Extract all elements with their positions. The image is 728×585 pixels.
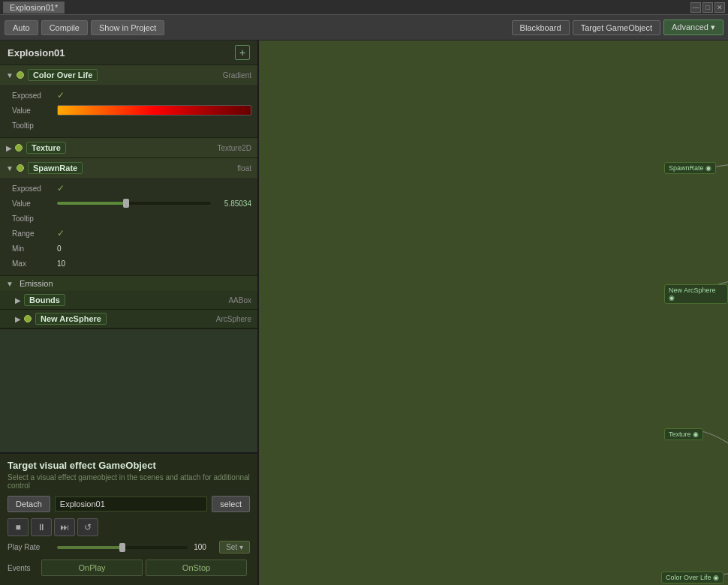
- emission-header[interactable]: ▼ Emission: [0, 276, 257, 291]
- emission-section: ▼ Emission ▶ Bounds AABox ▶: [0, 276, 257, 329]
- target-description: Select a visual effect gameobject in the…: [8, 473, 250, 490]
- window-tab[interactable]: Explosion01*: [3, 2, 65, 14]
- loop-button[interactable]: ↺: [77, 518, 98, 536]
- exposed-label: Exposed: [12, 92, 57, 100]
- stop-button[interactable]: ■: [8, 518, 29, 536]
- add-module-button[interactable]: +: [235, 45, 250, 60]
- texture-type: Texture2D: [217, 144, 251, 152]
- minimize-button[interactable]: —: [690, 2, 701, 13]
- tooltip-label: Tooltip: [12, 122, 57, 130]
- texture-toggle-icon: ▶: [6, 144, 12, 152]
- arcsphere-connector-node[interactable]: New ArcSphere ◉: [664, 284, 728, 304]
- select-button[interactable]: select: [212, 496, 250, 512]
- exposed-check[interactable]: ✓: [57, 90, 65, 100]
- spawnrate-range-check[interactable]: ✓: [57, 228, 65, 238]
- spawnrate-min-label: Min: [12, 244, 57, 253]
- color-over-life-connector-node[interactable]: Color Over Life ◉: [661, 572, 723, 584]
- compile-button[interactable]: Compile: [41, 20, 88, 35]
- maximize-button[interactable]: □: [702, 2, 713, 13]
- bounds-name: Bounds: [24, 294, 65, 306]
- spawnrate-toggle-icon: ▼: [6, 164, 14, 172]
- target-title: Target visual effect GameObject: [8, 460, 250, 471]
- spawnrate-exposed-check[interactable]: ✓: [57, 183, 65, 194]
- close-button[interactable]: ✕: [714, 2, 725, 13]
- exposed-row: Exposed ✓: [12, 88, 251, 103]
- on-play-button[interactable]: OnPlay: [41, 560, 143, 576]
- spawnrate-max-label: Max: [12, 260, 57, 268]
- emission-label: Emission: [20, 279, 53, 288]
- blackboard-button[interactable]: Blackboard: [512, 20, 570, 35]
- spawnrate-value-row: Value 5.85034: [12, 196, 251, 211]
- target-name-field: Explosion01: [55, 496, 207, 512]
- play-rate-value: 100: [194, 543, 216, 551]
- module-texture: ▶ Texture Texture2D: [0, 138, 257, 158]
- wire-layer: [259, 40, 728, 585]
- node-graph[interactable]: Start loop ⚡ ⚡ Spawn Constant Spawn Rate…: [259, 40, 728, 585]
- top-bar: Explosion01* — □ ✕: [0, 0, 728, 15]
- play-rate-slider[interactable]: [57, 546, 188, 549]
- color-over-life-dot: [17, 71, 24, 79]
- bounds-header[interactable]: ▶ Bounds AABox: [0, 291, 257, 309]
- spawnrate-slider-container: [57, 202, 214, 205]
- module-spawnrate: ▼ SpawnRate float Exposed ✓ Value: [0, 158, 257, 276]
- spawnrate-connector-node[interactable]: SpawnRate ◉: [664, 162, 716, 174]
- value-row: Value: [12, 103, 251, 118]
- step-button[interactable]: ⏭: [54, 518, 75, 536]
- new-arcsphere-header[interactable]: ▶ New ArcSphere ArcSphere: [0, 310, 257, 328]
- color-over-life-toggle-icon: ▼: [6, 71, 14, 80]
- set-button[interactable]: Set ▾: [219, 541, 250, 554]
- tooltip-row: Tooltip: [12, 118, 251, 133]
- pause-button[interactable]: ⏸: [31, 518, 52, 536]
- spawnrate-dot: [17, 164, 24, 172]
- new-arcsphere-module: ▶ New ArcSphere ArcSphere: [0, 310, 257, 328]
- spawnrate-range-label: Range: [12, 230, 57, 238]
- panel-title: Explosion01: [8, 47, 65, 58]
- arcsphere-name: New ArcSphere: [35, 313, 107, 325]
- target-gameobject-button[interactable]: Target GameObject: [573, 20, 660, 35]
- spawnrate-range-row: Range ✓: [12, 226, 251, 241]
- on-stop-button[interactable]: OnStop: [146, 560, 247, 576]
- color-over-life-name: Color Over Life: [28, 69, 98, 81]
- color-gradient[interactable]: [57, 105, 251, 116]
- events-row: Events OnPlay OnStop: [8, 560, 250, 576]
- module-color-over-life: ▼ Color Over Life Gradient Exposed ✓ Val…: [0, 65, 257, 138]
- target-row: Detach Explosion01 select: [8, 496, 250, 512]
- color-over-life-props: Exposed ✓ Value Tooltip: [0, 85, 257, 137]
- spawnrate-slider[interactable]: [57, 202, 211, 205]
- spawnrate-props: Exposed ✓ Value 5.85034: [0, 178, 257, 275]
- panel-header: Explosion01 +: [0, 40, 257, 65]
- texture-dot: [15, 144, 23, 152]
- show-in-project-button[interactable]: Show in Project: [91, 20, 164, 35]
- bounds-module: ▶ Bounds AABox: [0, 291, 257, 310]
- spawnrate-number: 5.85034: [214, 200, 251, 208]
- module-color-over-life-header[interactable]: ▼ Color Over Life Gradient: [0, 65, 257, 85]
- arcsphere-dot: [24, 315, 32, 322]
- spawnrate-name: SpawnRate: [28, 162, 83, 174]
- value-label: Value: [12, 106, 57, 115]
- advanced-button[interactable]: Advanced ▾: [663, 20, 723, 35]
- spawnrate-tooltip-row: Tooltip: [12, 211, 251, 226]
- playback-row: ■ ⏸ ⏭ ↺: [8, 518, 250, 536]
- bounds-toggle-icon: ▶: [15, 296, 21, 304]
- color-over-life-type: Gradient: [223, 71, 251, 80]
- arcsphere-toggle-icon: ▶: [15, 315, 21, 323]
- texture-name: Texture: [26, 142, 66, 154]
- main-layout: Explosion01 + ▼ Color Over Life Gradient…: [0, 40, 728, 585]
- spawnrate-min-row: Min 0: [12, 241, 251, 256]
- arcsphere-type: ArcSphere: [216, 315, 251, 323]
- auto-button[interactable]: Auto: [5, 20, 38, 35]
- spawnrate-type: float: [237, 164, 251, 172]
- events-label: Events: [8, 564, 41, 572]
- module-spawnrate-header[interactable]: ▼ SpawnRate float: [0, 158, 257, 178]
- spawnrate-exposed-label: Exposed: [12, 184, 57, 193]
- toolbar: Auto Compile Show in Project Blackboard …: [0, 15, 728, 40]
- module-texture-header[interactable]: ▶ Texture Texture2D: [0, 138, 257, 158]
- spawnrate-max-value: 10: [57, 260, 65, 268]
- properties-panel: Explosion01 + ▼ Color Over Life Gradient…: [0, 40, 257, 452]
- texture-connector-node[interactable]: Texture ◉: [664, 428, 703, 440]
- spawnrate-min-value: 0: [57, 244, 62, 253]
- detach-button[interactable]: Detach: [8, 496, 50, 512]
- spawnrate-max-row: Max 10: [12, 256, 251, 271]
- spawnrate-value-label: Value: [12, 200, 57, 208]
- target-panel: Target visual effect GameObject Select a…: [0, 452, 257, 585]
